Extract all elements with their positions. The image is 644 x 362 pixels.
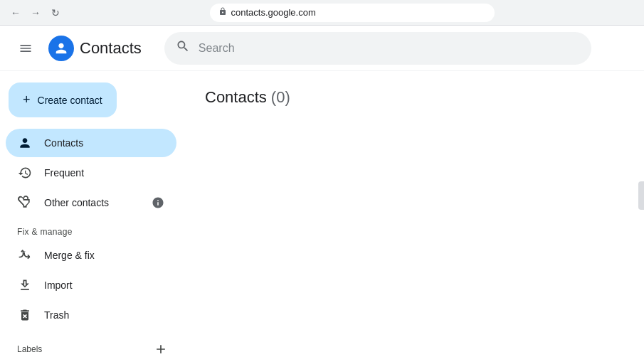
plus-icon: + — [23, 92, 31, 107]
url-text: contacts.google.com — [231, 7, 316, 18]
sidebar-item-import[interactable]: Import — [6, 271, 176, 299]
other-contacts-icon — [17, 196, 33, 210]
app-logo-area: Contacts — [48, 36, 142, 61]
other-contacts-nav-label: Other contacts — [44, 197, 109, 208]
fix-manage-header: Fix & manage — [0, 218, 182, 240]
trash-nav-label: Trash — [44, 309, 69, 321]
top-bar: Contacts — [0, 26, 644, 71]
add-label-button[interactable] — [151, 339, 171, 359]
address-bar[interactable]: contacts.google.com — [210, 4, 495, 22]
app-avatar — [48, 36, 74, 61]
browser-chrome: ← → ↻ contacts.google.com — [0, 0, 644, 26]
back-button[interactable]: ← — [9, 6, 23, 20]
import-nav-label: Import — [44, 280, 73, 291]
lock-icon — [218, 7, 227, 18]
menu-button[interactable] — [11, 34, 40, 63]
import-icon — [17, 278, 33, 292]
create-contact-button[interactable]: + Create contact — [9, 82, 117, 117]
reload-button[interactable]: ↻ — [48, 6, 63, 20]
sidebar: + Create contact Contacts — [0, 71, 182, 362]
create-contact-label: Create contact — [38, 95, 102, 106]
app-container: Contacts + Create contact — [0, 26, 644, 362]
app-title: Contacts — [80, 39, 142, 58]
contacts-icon — [17, 136, 33, 150]
content-heading: Contacts — [205, 88, 267, 107]
contacts-nav-label: Contacts — [44, 137, 83, 149]
sidebar-item-frequent[interactable]: Frequent — [6, 159, 176, 187]
content-title: Contacts (0) — [205, 88, 621, 107]
frequent-nav-label: Frequent — [44, 167, 84, 179]
forward-button[interactable]: → — [28, 6, 43, 20]
sidebar-item-contacts[interactable]: Contacts — [6, 129, 176, 157]
content-area: Contacts (0) — [182, 71, 644, 362]
info-icon[interactable] — [151, 196, 165, 210]
labels-section-header: Labels — [0, 331, 182, 362]
contacts-count: (0) — [271, 88, 290, 107]
right-handle — [638, 181, 644, 210]
merge-fix-icon — [17, 248, 33, 262]
labels-title: Labels — [17, 344, 42, 354]
sidebar-item-other-contacts[interactable]: Other contacts — [6, 188, 176, 217]
trash-icon — [17, 308, 33, 322]
search-icon — [176, 39, 190, 57]
sidebar-item-merge-fix[interactable]: Merge & fix — [6, 241, 176, 270]
frequent-icon — [17, 166, 33, 180]
sidebar-item-trash[interactable]: Trash — [6, 301, 176, 329]
merge-fix-nav-label: Merge & fix — [44, 250, 95, 261]
search-input[interactable] — [199, 42, 580, 55]
main-area: + Create contact Contacts — [0, 71, 644, 362]
search-bar[interactable] — [164, 32, 591, 65]
